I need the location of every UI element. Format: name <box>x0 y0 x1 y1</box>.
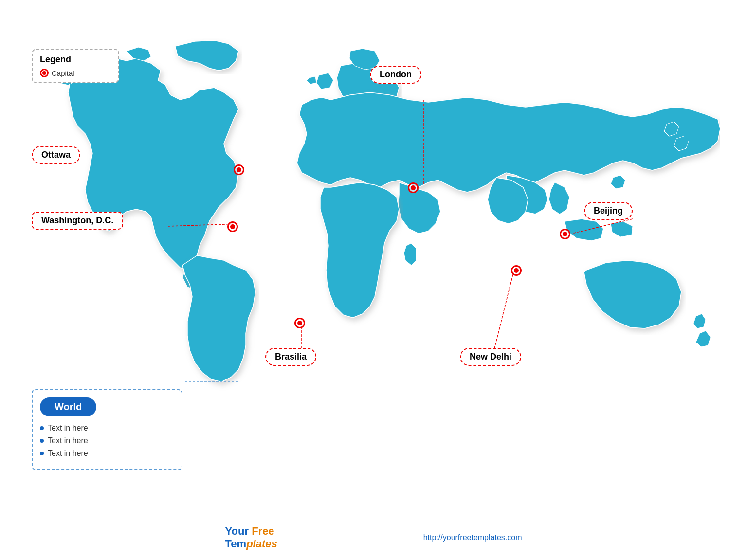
bullet-dot <box>40 426 44 430</box>
footer: Your Free Templates http://yourfreetempl… <box>0 525 747 550</box>
legend-capital-label: Capital <box>52 69 74 77</box>
list-item-text-2: Text in here <box>48 436 88 445</box>
list-item: Text in here <box>40 449 174 458</box>
logo-plates: plates <box>246 538 277 550</box>
world-title: World <box>40 397 96 416</box>
ottawa-marker <box>234 164 244 175</box>
logo-tem: Tem <box>225 538 247 550</box>
capital-icon-legend <box>40 69 49 77</box>
brasilia-label: Brasilia <box>265 348 316 366</box>
washington-label: Washington, D.C. <box>32 212 123 230</box>
beijing-marker <box>560 229 570 239</box>
new-delhi-label: New Delhi <box>460 348 521 366</box>
list-item-text-3: Text in here <box>48 449 88 458</box>
london-marker <box>408 182 419 193</box>
list-item: Text in here <box>40 424 174 433</box>
bullet-dot <box>40 452 44 455</box>
list-item-text-1: Text in here <box>48 424 88 433</box>
logo-your-free: Your Free <box>225 525 274 538</box>
world-info-box: World Text in here Text in here Text in … <box>32 389 182 470</box>
legend-title: Legend <box>40 54 111 65</box>
india-marker <box>511 265 522 276</box>
brasilia-marker <box>294 318 305 328</box>
logo-templates: Templates <box>225 538 277 550</box>
ottawa-label: Ottawa <box>32 146 80 164</box>
legend-box: Legend Capital <box>32 49 119 83</box>
beijing-label: Beijing <box>584 202 633 220</box>
list-item: Text in here <box>40 436 174 445</box>
london-label: London <box>370 66 421 84</box>
footer-logo: Your Free Templates <box>225 525 277 550</box>
world-list: Text in here Text in here Text in here <box>40 424 174 458</box>
main-container: Legend Capital London Ottawa Washington,… <box>0 0 747 560</box>
bullet-dot <box>40 439 44 443</box>
legend-item-capital: Capital <box>40 69 111 77</box>
footer-url-link[interactable]: http://yourfreetemplates.com <box>423 533 522 542</box>
washington-marker <box>227 221 238 232</box>
logo-your-text: Your <box>225 525 249 537</box>
